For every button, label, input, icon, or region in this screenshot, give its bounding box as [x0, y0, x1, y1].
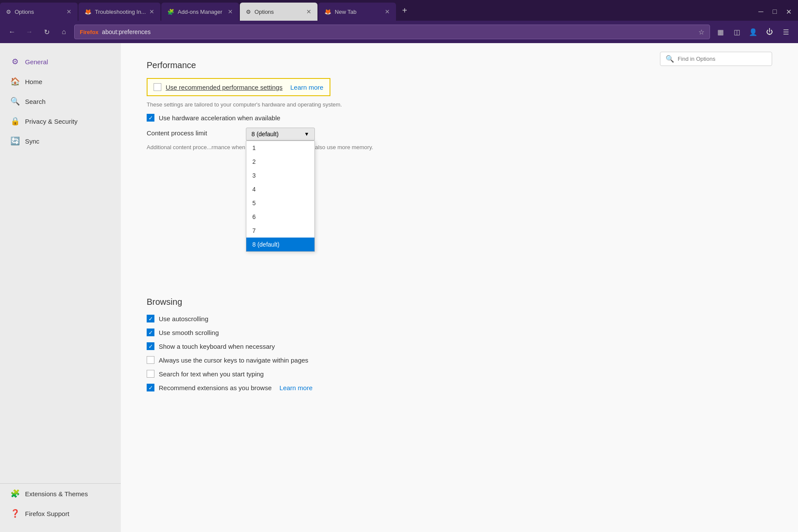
browsing-setting-2: ✓ Show a touch keyboard when necessary — [147, 342, 772, 350]
tab-label: Add-ons Manager — [178, 9, 222, 15]
tab-close[interactable]: ✕ — [385, 8, 390, 15]
power-button[interactable]: ⏻ — [763, 25, 776, 39]
firefox-icon: 🦊 — [324, 9, 331, 15]
search-typing-checkbox[interactable] — [147, 370, 154, 378]
sidebar-item-label: Home — [25, 78, 42, 85]
chevron-down-icon: ▼ — [304, 131, 309, 137]
tab-troubleshooting[interactable]: 🦊 Troubleshooting In... ✕ — [79, 3, 160, 21]
sidebar-item-label: Extensions & Themes — [25, 490, 88, 498]
address-bar[interactable]: Firefox about:preferences ☆ — [74, 25, 710, 39]
search-typing-label: Search for text when you start typing — [159, 370, 264, 378]
dropdown-option-3[interactable]: 3 — [246, 169, 314, 182]
hw-accel-checkbox[interactable]: ✓ — [147, 114, 154, 122]
dropdown-option-2[interactable]: 2 — [246, 155, 314, 169]
recommended-label: Use recommended performance settings — [166, 84, 283, 91]
autoscroll-label: Use autoscrolling — [159, 315, 208, 322]
dropdown-option-1[interactable]: 1 — [246, 141, 314, 155]
content-process-label: Content process limit — [147, 128, 242, 137]
bookmark-star[interactable]: ☆ — [698, 28, 704, 36]
sidebar-item-privacy[interactable]: 🔒 Privacy & Security — [0, 111, 121, 131]
nav-tools: ▦ ◫ 👤 ⏻ ☰ — [713, 25, 793, 39]
smooth-scroll-label: Use smooth scrolling — [159, 329, 219, 336]
gear-icon: ⚙ — [246, 9, 251, 15]
url-text: about:preferences — [102, 28, 151, 35]
firefox-logo: Firefox — [80, 29, 98, 35]
sidebar-item-general[interactable]: ⚙ General — [0, 52, 121, 72]
menu-button[interactable]: ☰ — [779, 25, 793, 39]
sidebar-item-label: Firefox Support — [25, 510, 69, 517]
help-icon: ❓ — [10, 509, 20, 518]
cursor-keys-checkbox[interactable] — [147, 356, 154, 364]
sidebar-item-label: Privacy & Security — [25, 118, 78, 125]
browsing-setting-3: Always use the cursor keys to navigate w… — [147, 356, 772, 364]
browsing-section: Browsing ✓ Use autoscrolling ✓ Use smoot… — [147, 297, 772, 391]
performance-desc: These settings are tailored to your comp… — [147, 101, 772, 108]
sidebar-item-label: Sync — [25, 138, 39, 145]
tab-addons[interactable]: 🧩 Add-ons Manager ✕ — [161, 3, 239, 21]
new-tab-button[interactable]: + — [397, 3, 412, 21]
browser-chrome: ⚙ Options ✕ 🦊 Troubleshooting In... ✕ 🧩 … — [0, 0, 798, 43]
tab-options-1[interactable]: ⚙ Options ✕ — [0, 3, 78, 21]
forward-button[interactable]: → — [22, 25, 36, 39]
find-input[interactable] — [678, 56, 767, 62]
smooth-scroll-checkbox[interactable]: ✓ — [147, 329, 154, 336]
cursor-keys-label: Always use the cursor keys to navigate w… — [159, 357, 308, 364]
dropdown-option-7[interactable]: 7 — [246, 224, 314, 238]
dropdown-value: 8 (default) — [251, 131, 279, 138]
main-content: 🔍 Performance Use recommended performanc… — [121, 43, 798, 532]
tab-label: Options — [15, 9, 34, 15]
content-process-row: Content process limit 8 (default) ▼ 1 2 … — [147, 128, 772, 141]
gear-icon: ⚙ — [10, 57, 20, 66]
account-button[interactable]: 👤 — [746, 25, 760, 39]
dropdown-option-8-default[interactable]: 8 (default) — [246, 238, 314, 251]
tab-label: Options — [254, 9, 274, 15]
window-controls: ─ □ ✕ — [751, 3, 798, 21]
content-process-desc: Additional content proce...rmance when u… — [147, 144, 483, 150]
browsing-setting-4: Search for text when you start typing — [147, 370, 772, 378]
sidebar-item-search[interactable]: 🔍 Search — [0, 91, 121, 111]
sidebar-item-label: General — [25, 58, 48, 66]
recommend-extensions-learn-more[interactable]: Learn more — [280, 384, 313, 391]
browsing-setting-5: ✓ Recommend extensions as you browse Lea… — [147, 384, 772, 391]
close-button[interactable]: ✕ — [782, 6, 795, 18]
dropdown-option-6[interactable]: 6 — [246, 210, 314, 224]
dropdown-option-4[interactable]: 4 — [246, 182, 314, 196]
sidebar-item-home[interactable]: 🏠 Home — [0, 72, 121, 91]
page-layout: ⚙ General 🏠 Home 🔍 Search 🔒 Privacy & Se… — [0, 43, 798, 532]
content-process-dropdown-button[interactable]: 8 (default) ▼ — [246, 128, 315, 141]
sidebar-toggle[interactable]: ◫ — [730, 25, 744, 39]
tab-close[interactable]: ✕ — [228, 8, 233, 15]
tab-options-active[interactable]: ⚙ Options ✕ — [240, 3, 317, 21]
home-icon: 🏠 — [10, 77, 20, 86]
lock-icon: 🔒 — [10, 116, 20, 126]
tab-close[interactable]: ✕ — [66, 8, 72, 15]
recommended-settings-row: Use recommended performance settings Lea… — [147, 78, 330, 96]
find-bar: 🔍 — [660, 52, 772, 66]
firefox-icon: 🦊 — [85, 9, 91, 15]
content-process-dropdown-menu: 1 2 3 4 5 6 7 8 (default) — [246, 141, 315, 252]
sidebar-item-extensions[interactable]: 🧩 Extensions & Themes — [0, 484, 121, 504]
library-button[interactable]: ▦ — [713, 25, 727, 39]
touch-keyboard-checkbox[interactable]: ✓ — [147, 342, 154, 350]
recommend-extensions-checkbox[interactable]: ✓ — [147, 384, 154, 391]
sidebar-item-label: Search — [25, 98, 46, 105]
tab-close[interactable]: ✕ — [306, 8, 311, 15]
dropdown-option-5[interactable]: 5 — [246, 196, 314, 210]
sidebar-item-sync[interactable]: 🔄 Sync — [0, 131, 121, 151]
sidebar-item-support[interactable]: ❓ Firefox Support — [0, 504, 121, 523]
tab-label: Troubleshooting In... — [95, 9, 146, 15]
home-button[interactable]: ⌂ — [57, 25, 71, 39]
tab-close[interactable]: ✕ — [149, 8, 154, 15]
browsing-title: Browsing — [147, 297, 772, 307]
autoscroll-checkbox[interactable]: ✓ — [147, 315, 154, 322]
minimize-button[interactable]: ─ — [755, 6, 767, 18]
recommended-checkbox[interactable] — [154, 83, 161, 91]
tab-newtab[interactable]: 🦊 New Tab ✕ — [318, 3, 396, 21]
back-button[interactable]: ← — [5, 25, 19, 39]
search-icon: 🔍 — [666, 55, 674, 63]
learn-more-link[interactable]: Learn more — [290, 84, 324, 91]
touch-keyboard-label: Show a touch keyboard when necessary — [159, 343, 275, 350]
maximize-button[interactable]: □ — [769, 6, 781, 18]
reload-button[interactable]: ↻ — [40, 25, 53, 39]
gear-icon: ⚙ — [6, 9, 11, 15]
